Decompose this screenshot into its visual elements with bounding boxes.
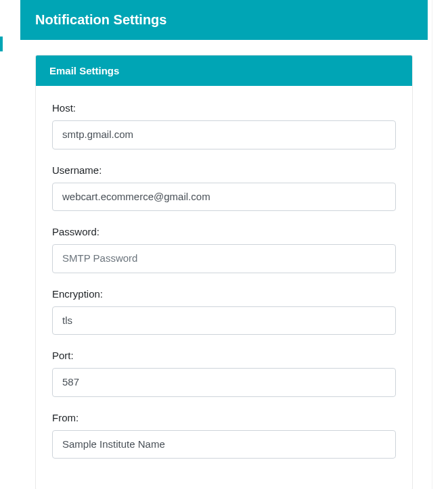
form-group-password: Password: (52, 226, 396, 273)
username-label: Username: (52, 164, 396, 176)
page-title: Notification Settings (35, 12, 413, 28)
port-input[interactable] (52, 368, 396, 397)
email-settings-card: Email Settings Host: Username: Password:… (35, 55, 413, 489)
encryption-label: Encryption: (52, 288, 396, 300)
from-input[interactable] (52, 430, 396, 459)
host-label: Host: (52, 102, 396, 114)
form-group-from: From: (52, 412, 396, 459)
form-group-encryption: Encryption: (52, 288, 396, 335)
password-label: Password: (52, 226, 396, 237)
card-header: Email Settings (36, 55, 412, 86)
username-input[interactable] (52, 183, 396, 212)
page-header: Notification Settings (20, 0, 428, 40)
from-label: From: (52, 412, 396, 423)
right-edge-panel (432, 0, 448, 489)
card-body: Host: Username: Password: Encryption: Po… (36, 86, 412, 489)
left-accent-bar (0, 37, 3, 51)
form-group-username: Username: (52, 164, 396, 212)
password-input[interactable] (52, 244, 396, 273)
form-group-port: Port: (52, 350, 396, 397)
form-group-host: Host: (52, 102, 396, 149)
host-input[interactable] (52, 120, 396, 149)
encryption-input[interactable] (52, 306, 396, 335)
port-label: Port: (52, 350, 396, 361)
